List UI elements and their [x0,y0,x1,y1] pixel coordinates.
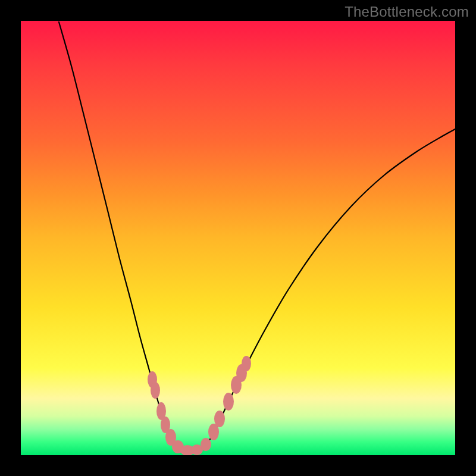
curve-marker [201,438,211,451]
curve-markers [148,356,251,455]
curve-marker [214,411,225,427]
plot-area [21,21,455,455]
curve-svg [21,21,455,455]
curve-marker [223,393,234,411]
curve-marker [151,382,160,399]
bottleneck-curve [59,22,455,451]
chart-frame: TheBottleneck.com [0,0,476,476]
watermark-text: TheBottleneck.com [345,4,469,20]
curve-marker [242,356,251,371]
